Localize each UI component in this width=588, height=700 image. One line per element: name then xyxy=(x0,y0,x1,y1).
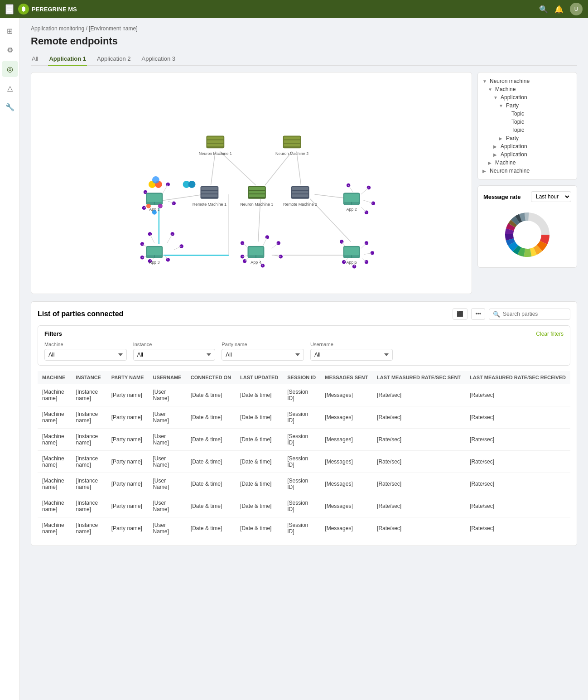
tree-item-application-3[interactable]: ▶ Application xyxy=(482,150,572,159)
svg-rect-76 xyxy=(207,144,223,146)
sidebar-item-alerts[interactable]: △ xyxy=(2,80,18,96)
tree-item-machine-2[interactable]: ▶ Machine xyxy=(482,159,572,167)
clear-filters-button[interactable]: Clear filters xyxy=(536,331,564,337)
search-icon[interactable]: 🔍 xyxy=(539,5,548,14)
filters-header: Filters Clear filters xyxy=(44,330,564,337)
col-username: USERNAME xyxy=(149,371,186,384)
tree-item-application-2[interactable]: ▶ Application xyxy=(482,142,572,150)
col-party-name: PARTY NAME xyxy=(107,371,149,384)
chevron-right-icon: ▶ xyxy=(499,136,504,141)
cell-username: [User Name] xyxy=(149,451,186,473)
tree-item-topic-3[interactable]: Topic xyxy=(482,126,572,134)
chevron-down-icon: ▼ xyxy=(493,95,499,100)
bell-icon[interactable]: 🔔 xyxy=(554,5,564,14)
breadcrumb: Application monitoring / [Environment na… xyxy=(31,25,577,32)
cell-connectedOn: [Date & time] xyxy=(186,406,236,429)
cell-rateReceived: [Rate/sec] xyxy=(465,451,570,473)
svg-text:App 2: App 2 xyxy=(346,207,357,212)
tab-application1[interactable]: Application 1 xyxy=(48,53,87,66)
table-row[interactable]: [Machine name][Instance name][Party name… xyxy=(38,473,570,495)
svg-rect-91 xyxy=(249,194,265,197)
tree-item-topic-2[interactable]: Topic xyxy=(482,118,572,126)
table-row[interactable]: [Machine name][Instance name][Party name… xyxy=(38,429,570,451)
cell-partyName: [Party name] xyxy=(107,451,149,473)
alert-icon: △ xyxy=(7,84,13,92)
logo-text: PEREGRINE MS xyxy=(32,6,77,13)
filters-row: Machine All Machine 1 Machine 2 Instance… xyxy=(44,342,564,361)
svg-rect-81 xyxy=(284,144,300,146)
graph-section: Neuron Machine 1 Neuron Machine 2 Remote… xyxy=(31,72,577,294)
more-options-button[interactable]: ••• xyxy=(471,308,485,320)
cell-instance: [Instance name] xyxy=(72,473,107,495)
tree-item-topic-1[interactable]: Topic xyxy=(482,110,572,118)
filter-select-instance[interactable]: All Instance 1 Instance 2 xyxy=(133,349,216,361)
table-row[interactable]: [Machine name][Instance name][Party name… xyxy=(38,495,570,517)
filter-label-username: Username xyxy=(310,342,393,347)
breadcrumb-link-monitoring[interactable]: Application monitoring xyxy=(31,25,84,32)
filter-group-machine: Machine All Machine 1 Machine 2 xyxy=(44,342,127,361)
time-range-select[interactable]: Last hour Last day Last week xyxy=(531,191,571,202)
tab-all[interactable]: All xyxy=(31,53,39,66)
search-parties-input[interactable] xyxy=(503,311,566,317)
svg-line-36 xyxy=(150,234,154,243)
svg-point-30 xyxy=(170,232,175,237)
svg-rect-95 xyxy=(292,191,308,193)
cell-lastUpdated: [Date & time] xyxy=(236,406,283,429)
user-avatar[interactable]: U xyxy=(570,3,583,15)
table-row[interactable]: [Machine name][Instance name][Party name… xyxy=(38,517,570,540)
sidebar-item-monitor[interactable]: ◎ xyxy=(2,61,18,77)
breadcrumb-link-env[interactable]: [Environment name] xyxy=(89,25,137,32)
cell-machine: [Machine name] xyxy=(38,451,72,473)
sidebar-item-tools[interactable]: 🔧 xyxy=(2,99,18,115)
hamburger-icon[interactable]: ☰ xyxy=(5,4,14,14)
cell-rateReceived: [Rate/sec] xyxy=(465,406,570,429)
sidebar-item-settings[interactable]: ⚙ xyxy=(2,42,18,58)
tab-application3[interactable]: Application 3 xyxy=(141,53,176,66)
tree-item-neuronmachine-top[interactable]: ▼ Neuron machine xyxy=(482,77,572,85)
filter-label-machine: Machine xyxy=(44,342,127,347)
svg-rect-99 xyxy=(147,194,162,202)
tree-label: Neuron machine xyxy=(490,168,530,174)
tree-item-party-1[interactable]: ▼ Party xyxy=(482,101,572,110)
cell-lastUpdated: [Date & time] xyxy=(236,517,283,540)
cell-lastUpdated: [Date & time] xyxy=(236,429,283,451)
logo-icon xyxy=(18,4,29,14)
tab-application2[interactable]: Application 2 xyxy=(96,53,131,66)
svg-text:Neuron Machine 1: Neuron Machine 1 xyxy=(199,151,232,156)
cell-sessionId: [Session ID] xyxy=(283,384,320,406)
sidebar-item-dashboard[interactable]: ⊞ xyxy=(2,23,18,39)
tree-label: Application xyxy=(501,94,527,101)
table-row[interactable]: [Machine name][Instance name][Party name… xyxy=(38,406,570,429)
table-row[interactable]: [Machine name][Instance name][Party name… xyxy=(38,384,570,406)
svg-text:Neuron Machine 2: Neuron Machine 2 xyxy=(275,151,308,156)
cell-rateSent: [Rate/sec] xyxy=(372,495,465,517)
cell-messagesSent: [Messages] xyxy=(320,517,372,540)
tree-item-neuronmachine-bottom[interactable]: ▶ Neuron machine xyxy=(482,167,572,175)
tree-label: Machine xyxy=(495,159,516,166)
cell-lastUpdated: [Date & time] xyxy=(236,451,283,473)
list-actions: ⬛ ••• 🔍 xyxy=(453,308,570,320)
svg-point-104 xyxy=(158,204,163,208)
filter-select-party-name[interactable]: All Party 1 Party 2 xyxy=(222,349,304,361)
tree-label: Machine xyxy=(495,86,516,92)
filter-button[interactable]: ⬛ xyxy=(453,308,468,320)
filter-select-username[interactable]: All User 1 User 2 xyxy=(310,349,393,361)
svg-line-50 xyxy=(263,237,267,246)
svg-line-4 xyxy=(159,194,204,201)
tree-item-application-1[interactable]: ▼ Application xyxy=(482,93,572,101)
cell-rateSent: [Rate/sec] xyxy=(372,429,465,451)
graph-canvas[interactable]: Neuron Machine 1 Neuron Machine 2 Remote… xyxy=(31,72,472,294)
svg-point-58 xyxy=(370,251,375,255)
tree-item-party-2[interactable]: ▶ Party xyxy=(482,134,572,142)
table-row[interactable]: [Machine name][Instance name][Party name… xyxy=(38,451,570,473)
svg-text:App 5: App 5 xyxy=(346,260,357,265)
col-rate-received: LAST MEASURED RATE/SEC RECEIVED xyxy=(465,371,570,384)
cell-lastUpdated: [Date & time] xyxy=(236,495,283,517)
cell-rateReceived: [Rate/sec] xyxy=(465,384,570,406)
cell-connectedOn: [Date & time] xyxy=(186,495,236,517)
tree-item-machine-1[interactable]: ▼ Machine xyxy=(482,85,572,93)
chevron-right-icon: ▶ xyxy=(482,169,488,174)
svg-point-139 xyxy=(515,222,540,247)
svg-point-29 xyxy=(148,232,152,237)
filter-select-machine[interactable]: All Machine 1 Machine 2 xyxy=(44,349,127,361)
